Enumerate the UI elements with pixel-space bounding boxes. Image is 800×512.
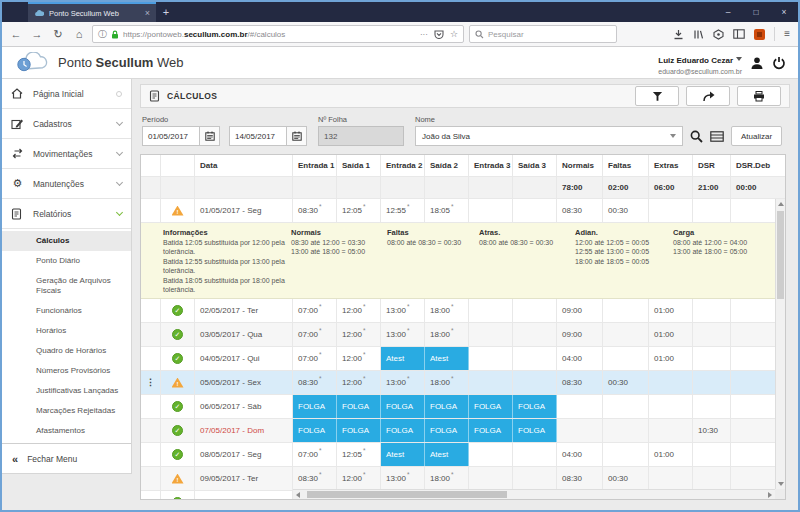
pocket-icon[interactable] [434,30,444,39]
time-cell[interactable]: 13:00* [381,323,425,346]
sidebar-subitem-afastamentos[interactable]: Afastamentos [2,421,131,441]
time-cell[interactable] [513,371,557,394]
maximize-icon[interactable]: □ [742,2,770,22]
scroll-right-icon[interactable] [768,492,772,498]
sidebar-item-cadastros[interactable]: Cadastros [2,109,131,139]
browser-tab[interactable]: Ponto Secullum Web × [28,2,156,22]
forward-icon[interactable]: → [29,29,45,40]
page-actions-icon[interactable]: ··· [420,30,428,39]
bookmark-star-icon[interactable]: ☆ [450,29,458,39]
status-warning-icon[interactable]: ! [172,474,184,484]
status-ok-icon[interactable]: ✓ [172,449,183,460]
status-ok-icon[interactable]: ✓ [172,329,183,340]
time-cell[interactable]: 12:05* [337,443,381,466]
time-cell[interactable]: 18:05* [425,199,469,222]
vertical-scroll-thumb[interactable] [777,211,784,299]
sidebar-subitem-ponto-diario[interactable]: Ponto Diário [2,251,131,271]
sidebar-subitem-horarios[interactable]: Horários [2,321,131,341]
time-cell[interactable]: FOLGA [425,395,469,418]
table-row[interactable]: !01/05/2017 - Seg08:30*12:05*12:55*18:05… [141,199,785,223]
time-cell[interactable] [513,443,557,466]
time-cell[interactable]: 08:30* [293,199,337,222]
sidebar-item-manutencoes[interactable]: ⚙ Manutenções [2,169,131,199]
time-cell[interactable]: 18:00* [425,323,469,346]
sidebar-subitem-geracao-de-arquivos-fiscais[interactable]: Geração de Arquivos Fiscais [2,271,131,301]
time-cell[interactable] [513,299,557,322]
new-tab-button[interactable]: + [156,2,176,22]
sidebar-subitem-justificativas-lancadas[interactable]: Justificativas Lançadas [2,381,131,401]
time-cell[interactable] [469,371,513,394]
tab-close-icon[interactable]: × [145,8,150,18]
sidebar-subitem-numeros-provisorios[interactable]: Números Provisórios [2,361,131,381]
site-info-icon[interactable]: ⓘ [98,28,107,41]
sidebar-item-pagina-inicial[interactable]: Página Inicial [2,79,131,109]
periodo-start-input[interactable]: 01/05/2017 [142,126,200,146]
time-cell[interactable]: 13:00* [381,299,425,322]
time-cell[interactable]: 07:00* [293,347,337,370]
url-bar[interactable]: ⓘ https://pontoweb.secullum.com.br/#/cal… [92,25,464,43]
status-warning-icon[interactable]: ! [172,378,184,388]
time-cell[interactable]: 12:00* [337,371,381,394]
time-cell[interactable] [469,323,513,346]
calendar-icon[interactable] [287,126,307,146]
user-avatar-icon[interactable] [750,56,764,70]
time-cell[interactable]: FOLGA [381,419,425,442]
scroll-down-icon[interactable] [778,482,784,486]
time-cell[interactable]: FOLGA [293,395,337,418]
status-ok-icon[interactable]: ✓ [172,353,183,364]
sidebar-subitem-quadro-de-horarios[interactable]: Quadro de Horários [2,341,131,361]
status-ok-icon[interactable]: ✓ [172,425,183,436]
time-cell[interactable] [469,443,513,466]
kebab-menu-icon[interactable]: ⋮ [146,378,155,387]
back-icon[interactable]: ← [8,29,24,40]
horizontal-scroll-thumb[interactable] [307,491,507,498]
search-bar[interactable]: Pesquisar [469,25,617,43]
print-button[interactable] [737,86,781,106]
scroll-left-icon[interactable] [296,492,300,498]
time-cell[interactable]: 18:00* [425,299,469,322]
time-cell[interactable]: 13:00* [381,467,425,490]
export-button[interactable] [686,86,730,106]
status-warning-icon[interactable]: ! [172,206,184,216]
time-cell[interactable]: 07:00* [293,323,337,346]
time-cell[interactable]: 08:30* [293,467,337,490]
minimize-icon[interactable]: – [714,2,742,22]
time-cell[interactable] [469,467,513,490]
time-cell[interactable]: 13:00* [381,371,425,394]
time-cell[interactable]: FOLGA [513,395,557,418]
time-cell[interactable]: FOLGA [337,395,381,418]
time-cell[interactable]: FOLGA [513,419,557,442]
time-cell[interactable]: 07:00* [293,299,337,322]
reload-icon[interactable]: ↻ [50,29,66,40]
status-ok-icon[interactable]: ✓ [172,497,183,500]
table-row[interactable]: ✓02/05/2017 - Ter07:00*12:00*13:00*18:00… [141,299,785,323]
table-row[interactable]: ✓08/05/2017 - Seg07:00*12:05*AtestAtest0… [141,443,785,467]
time-cell[interactable] [513,347,557,370]
status-ok-icon[interactable]: ✓ [172,401,183,412]
horizontal-scrollbar[interactable] [293,489,775,499]
atualizar-button[interactable]: Atualizar [731,126,782,146]
time-cell[interactable]: 12:05* [337,199,381,222]
time-cell[interactable] [469,199,513,222]
close-menu-button[interactable]: « Fechar Menu [2,443,131,473]
sidebar-subitem-funcionarios[interactable]: Funcionários [2,301,131,321]
time-cell[interactable] [513,199,557,222]
employee-search-button[interactable] [690,126,703,146]
periodo-end-input[interactable]: 14/05/2017 [229,126,287,146]
scroll-up-icon[interactable] [778,202,784,206]
filter-button[interactable] [635,86,679,106]
status-ok-icon[interactable]: ✓ [172,305,183,316]
time-cell[interactable]: Atest [425,347,469,370]
sidebar-toggle-icon[interactable] [733,29,745,39]
time-cell[interactable]: 18:00* [425,467,469,490]
user-menu[interactable]: Luiz Eduardo Cezar eduardo@secullum.com.… [658,48,742,77]
time-cell[interactable] [469,347,513,370]
download-icon[interactable] [673,29,684,40]
calendar-icon[interactable] [200,126,220,146]
time-cell[interactable]: FOLGA [469,419,513,442]
menu-hamburger-icon[interactable]: ≡ [784,29,790,39]
time-cell[interactable]: FOLGA [381,395,425,418]
time-cell[interactable] [469,299,513,322]
time-cell[interactable]: 12:00* [337,347,381,370]
time-cell[interactable] [513,323,557,346]
